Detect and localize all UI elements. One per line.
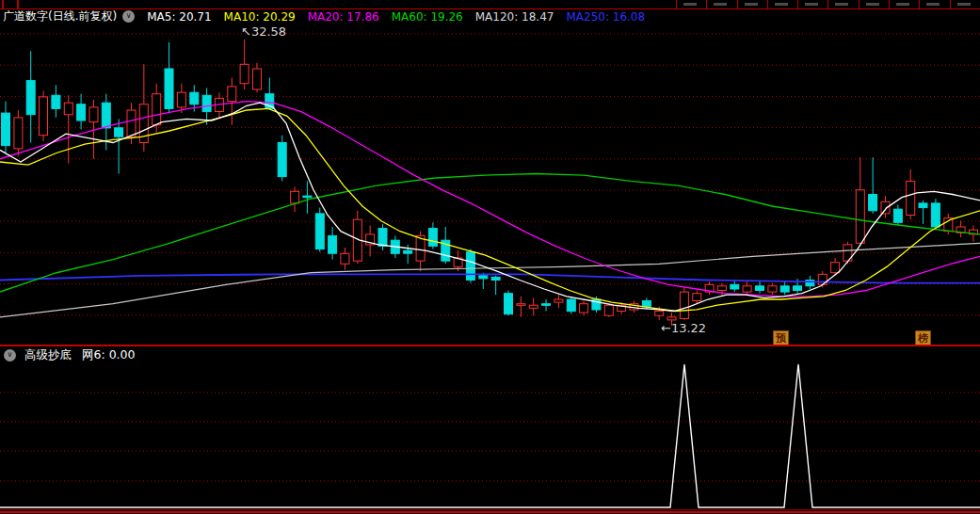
candle-body	[667, 317, 676, 320]
bottom-border-line2	[0, 511, 980, 513]
candle-body	[165, 69, 173, 108]
main-chart-canvas[interactable]	[0, 24, 980, 345]
candle-body	[831, 263, 840, 273]
toolbar-button-fragment[interactable]	[859, 0, 889, 8]
chart-header: 广道数字(日线.前复权) ∨ MA5: 20.71 MA10: 20.29 MA…	[0, 9, 980, 24]
low-price-annotation: ←13.22	[661, 321, 706, 335]
candle-body	[505, 294, 513, 314]
candle-body	[567, 299, 575, 312]
candle-body	[794, 286, 802, 291]
candle-body	[856, 190, 864, 243]
candle-body	[89, 107, 98, 122]
candle-body	[642, 301, 651, 307]
candle-body	[428, 229, 437, 247]
candle-body	[517, 304, 525, 306]
candle-body	[554, 299, 563, 302]
candle-body	[52, 95, 60, 108]
toolbar-button-fragment[interactable]	[889, 0, 919, 8]
chevron-down-icon[interactable]: ∨	[122, 10, 135, 23]
ma120-line	[0, 243, 980, 317]
high-price-value: 32.58	[251, 24, 286, 39]
candle-body	[529, 305, 538, 308]
toolbar-button-fragment[interactable]	[2, 0, 19, 8]
indicator-value: 网6: 0.00	[82, 347, 135, 363]
ma250-label: MA250: 16.08	[566, 10, 645, 24]
candle-body	[378, 229, 387, 247]
toolbar-button-fragment[interactable]	[676, 0, 706, 8]
chevron-down-icon[interactable]: ∨	[4, 349, 16, 361]
candle-body	[907, 181, 915, 215]
candle-body	[202, 95, 211, 111]
candle-body	[931, 203, 940, 227]
indicator-name[interactable]: 高级抄底	[24, 347, 72, 363]
candle-body	[177, 92, 185, 107]
toolbar-button-fragment[interactable]	[737, 0, 767, 8]
candle-body	[780, 286, 789, 292]
top-toolbar	[0, 0, 980, 9]
candle-body	[64, 103, 72, 115]
candle-body	[153, 94, 161, 125]
ma5-label: MA5: 20.71	[147, 10, 211, 24]
candle-body	[77, 104, 86, 120]
candle-body	[479, 276, 488, 279]
candle-body	[604, 305, 613, 315]
candle-body	[881, 201, 890, 214]
ma250-line	[0, 274, 980, 282]
toolbar-button-fragment[interactable]	[767, 0, 797, 8]
indicator-chart-canvas[interactable]	[0, 361, 980, 510]
ma60-label: MA60: 19.26	[392, 10, 463, 24]
indicator-signal-line	[0, 364, 980, 507]
candle-body	[115, 128, 123, 137]
candle-body	[717, 286, 726, 291]
candle-body	[228, 87, 236, 102]
indicator-header: ∨ 高级抄底 网6: 0.00	[0, 347, 980, 362]
candle-body	[341, 253, 349, 264]
toolbar-button-fragment[interactable]	[706, 0, 736, 8]
indicator-grid-lines	[0, 393, 980, 481]
candle-body	[731, 284, 739, 289]
toolbar-button-row	[676, 0, 980, 8]
candle-body	[680, 292, 688, 318]
candle-body	[14, 118, 23, 149]
candle-body	[580, 304, 588, 313]
candle-body	[2, 113, 10, 146]
app-window: 广道数字(日线.前复权) ∨ MA5: 20.71 MA10: 20.29 MA…	[0, 0, 980, 514]
toolbar-button-fragment[interactable]	[827, 0, 858, 8]
bottom-border-line	[0, 509, 980, 510]
candle-body	[127, 110, 136, 137]
pane-divider[interactable]	[0, 345, 980, 346]
low-price-value: 13.22	[671, 321, 706, 335]
candle-body	[655, 312, 664, 316]
candle-body	[278, 143, 286, 177]
toolbar-button-fragment[interactable]	[797, 0, 827, 8]
candle-body	[768, 286, 777, 292]
ma10-label: MA10: 20.29	[224, 10, 296, 24]
candle-body	[315, 214, 324, 249]
candle-body	[329, 235, 337, 253]
low-arrow-icon: ←	[661, 321, 671, 335]
candle-body	[466, 252, 474, 281]
toolbar-button-fragment[interactable]	[919, 0, 949, 8]
ma120-label: MA120: 18.47	[475, 10, 554, 24]
candle-body	[190, 92, 199, 104]
candle-body	[919, 203, 927, 208]
candle-body	[240, 64, 249, 83]
high-price-annotation: ↖32.58	[241, 24, 286, 39]
toolbar-button-fragment[interactable]	[950, 0, 980, 8]
candle-body	[253, 69, 262, 89]
chart-title[interactable]: 广道数字(日线.前复权)	[3, 8, 117, 24]
candle-body	[542, 304, 551, 306]
candle-body	[26, 81, 35, 115]
candle-body	[693, 294, 701, 301]
candle-body	[404, 250, 412, 253]
candle-body	[40, 97, 48, 136]
candle-body	[869, 195, 877, 211]
ma20-label: MA20: 17.86	[308, 10, 379, 24]
candle-body	[743, 286, 751, 292]
candle-body	[303, 196, 312, 198]
high-arrow-icon: ↖	[241, 24, 251, 39]
candle-body	[491, 277, 500, 280]
candle-body	[756, 286, 764, 291]
candle-body	[102, 103, 110, 128]
candle-body	[291, 191, 299, 203]
